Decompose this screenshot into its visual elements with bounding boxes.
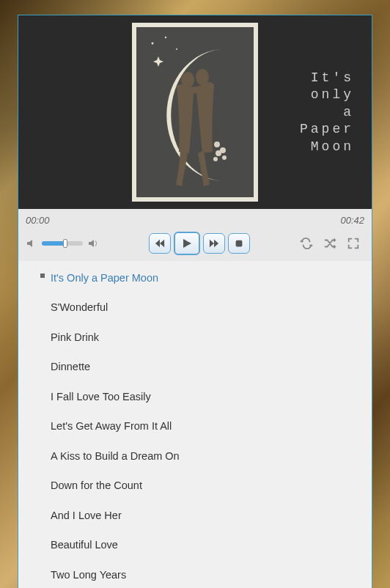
play-button[interactable] <box>174 232 200 255</box>
track-item[interactable]: Two Long Years <box>18 562 372 587</box>
transport-controls <box>149 232 250 255</box>
track-title: Down for the Count <box>51 479 142 491</box>
track-title: A Kiss to Build a Dream On <box>51 450 180 462</box>
svg-point-6 <box>214 142 220 147</box>
track-title: It's Only a Paper Moon <box>51 272 158 284</box>
track-title: I Fall Love Too Easily <box>51 391 151 403</box>
volume-high-icon <box>87 238 99 249</box>
track-item[interactable]: A Kiss to Build a Dream On <box>18 444 372 468</box>
artwork-panel: It's only a Paper Moon <box>18 15 372 209</box>
track-title: Dinnette <box>51 361 90 372</box>
shuffle-icon[interactable] <box>323 237 336 250</box>
track-item[interactable]: I Fall Love Too Easily <box>18 384 372 409</box>
album-cover <box>132 23 258 202</box>
svg-point-2 <box>165 37 166 38</box>
track-item[interactable]: S'Wonderful <box>18 295 372 320</box>
svg-point-9 <box>222 155 227 160</box>
svg-point-1 <box>152 43 154 45</box>
track-title: S'Wonderful <box>51 301 108 313</box>
stop-button[interactable] <box>228 233 250 254</box>
track-item[interactable]: Dinnette <box>18 354 372 379</box>
artwork-caption: It's only a Paper Moon <box>300 70 354 155</box>
svg-point-10 <box>213 157 218 161</box>
forward-button[interactable] <box>203 233 225 254</box>
svg-point-8 <box>216 150 221 156</box>
track-item[interactable]: Down for the Count <box>18 473 372 498</box>
track-item[interactable]: Beautiful Love <box>18 532 372 557</box>
rewind-button[interactable] <box>149 233 171 254</box>
playlist: It's Only a Paper Moon S'Wonderful Pink … <box>18 261 372 588</box>
track-item[interactable]: It's Only a Paper Moon <box>18 265 372 290</box>
track-title: Two Long Years <box>51 569 126 581</box>
volume-slider[interactable] <box>42 241 83 246</box>
repeat-icon[interactable] <box>300 237 313 250</box>
track-item[interactable]: Let's Get Away From It All <box>18 414 372 438</box>
track-title: Pink Drink <box>51 331 99 343</box>
track-item[interactable]: Pink Drink <box>18 325 372 350</box>
track-title: Beautiful Love <box>51 539 118 551</box>
time-elapsed: 00:00 <box>26 215 50 226</box>
track-title: And I Love Her <box>51 510 122 521</box>
time-total: 00:42 <box>340 215 364 226</box>
mode-controls <box>300 237 360 250</box>
volume-thumb[interactable] <box>63 239 67 248</box>
svg-rect-11 <box>236 240 243 247</box>
track-title: Let's Get Away From It All <box>51 420 172 432</box>
volume-fill <box>42 241 65 246</box>
svg-point-3 <box>176 48 177 50</box>
time-row: 00:00 00:42 <box>26 213 364 232</box>
volume-low-icon <box>26 238 37 249</box>
controls-bar: 00:00 00:42 <box>18 209 372 261</box>
album-cover-image <box>136 27 254 197</box>
track-item[interactable]: And I Love Her <box>18 503 372 528</box>
media-player: It's only a Paper Moon 00:00 00:42 <box>18 15 372 588</box>
volume-control <box>26 238 99 249</box>
expand-icon[interactable] <box>347 237 360 250</box>
